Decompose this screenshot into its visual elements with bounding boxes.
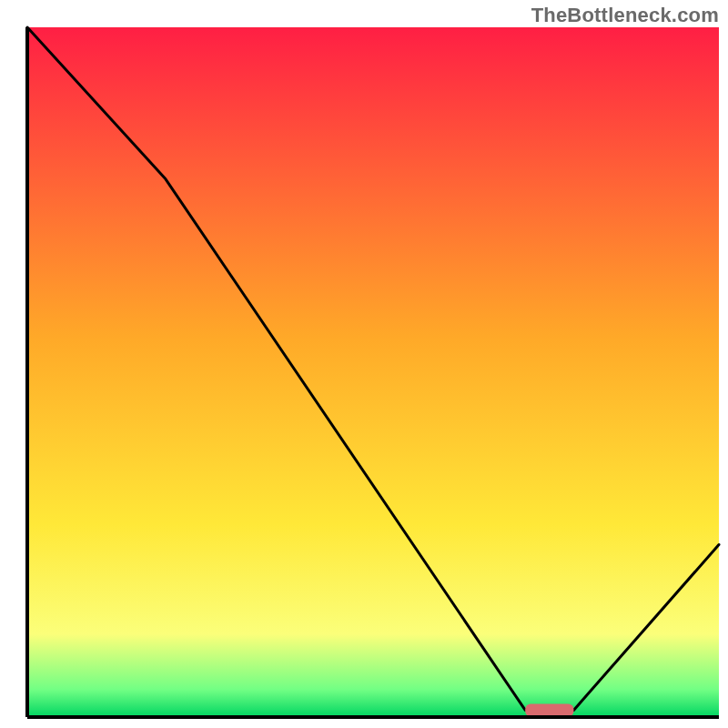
bottleneck-chart (0, 0, 728, 728)
optimal-marker (525, 703, 573, 716)
plot-background (27, 27, 719, 717)
chart-frame: TheBottleneck.com (0, 0, 728, 728)
